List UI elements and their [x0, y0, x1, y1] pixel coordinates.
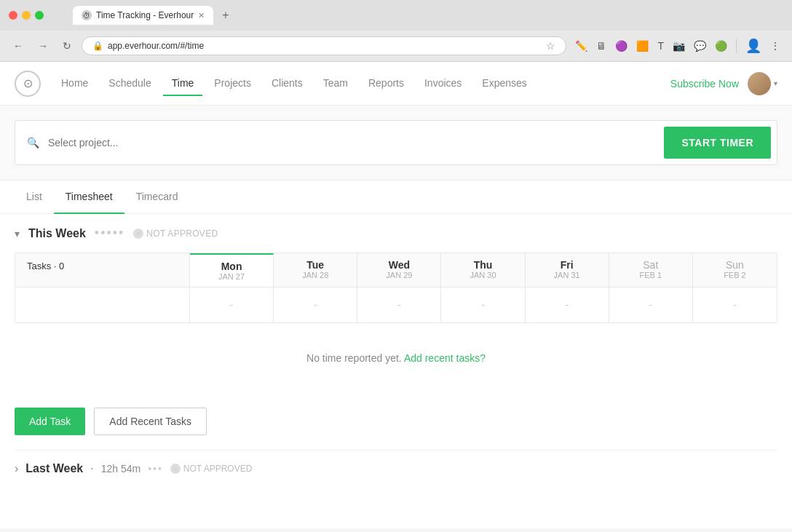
address-bar-row: ← → ↻ 🔒 app.everhour.com/#/time ☆ ✏️ 🖥 🟣… — [0, 31, 792, 61]
avatar — [748, 72, 771, 95]
user-avatar-area[interactable]: ▾ — [748, 72, 777, 95]
nav-item-projects[interactable]: Projects — [205, 71, 260, 96]
this-week-title: This Week — [28, 227, 86, 240]
thu-date: JAN 30 — [444, 271, 521, 279]
grid-header-tasks-cell: Tasks · 0 — [15, 253, 190, 287]
grid-header-sat: Sat FEB 1 — [609, 253, 693, 287]
forward-button[interactable]: → — [33, 37, 52, 55]
add-task-button[interactable]: Add Task — [15, 408, 85, 435]
nav-item-home[interactable]: Home — [52, 71, 97, 96]
view-tabs: List Timesheet Timecard — [0, 180, 792, 214]
timesheet-grid: Tasks · 0 Mon JAN 27 Tue JAN 28 Wed JAN … — [15, 253, 777, 323]
toolbar-ext3[interactable]: T — [654, 37, 667, 55]
last-week-toggle[interactable]: › — [15, 462, 18, 475]
grid-tasks-cell — [15, 287, 190, 322]
grid-header-tue: Tue JAN 28 — [274, 253, 357, 287]
minimize-window-button[interactable] — [22, 11, 31, 20]
this-week-header: ▾ This Week ••••• ○ NOT APPROVED — [15, 226, 777, 241]
add-recent-tasks-link[interactable]: Add recent tasks? — [404, 352, 486, 364]
cast-button[interactable]: 🖥 — [593, 37, 609, 55]
app-logo[interactable]: ⊙ — [15, 71, 41, 97]
nav-item-clients[interactable]: Clients — [263, 71, 312, 96]
nav-item-schedule[interactable]: Schedule — [100, 71, 159, 96]
chevron-down-icon: ▾ — [774, 79, 777, 87]
sat-name: Sat — [612, 259, 689, 271]
star-icon[interactable]: ☆ — [546, 40, 555, 52]
grid-header: Tasks · 0 Mon JAN 27 Tue JAN 28 Wed JAN … — [15, 253, 777, 287]
toolbar-divider — [736, 39, 737, 53]
user-menu-button[interactable]: 👤 — [742, 35, 764, 57]
timer-section: 🔍 START TIMER — [0, 106, 792, 180]
nav-item-reports[interactable]: Reports — [360, 71, 413, 96]
this-week-section: ▾ This Week ••••• ○ NOT APPROVED Tasks ·… — [15, 214, 777, 450]
grid-time-tue: - — [274, 287, 357, 322]
browser-tab[interactable]: ⏱ Time Tracking - Everhour ✕ — [73, 6, 213, 25]
close-window-button[interactable] — [9, 11, 17, 20]
grid-header-wed: Wed JAN 29 — [357, 253, 441, 287]
not-approved-dot-icon: ○ — [133, 229, 143, 239]
tab-list[interactable]: List — [15, 180, 54, 214]
fri-name: Fri — [528, 259, 606, 271]
lock-icon: 🔒 — [92, 41, 103, 51]
tue-name: Tue — [277, 259, 354, 271]
nav-item-time[interactable]: Time — [163, 71, 203, 96]
start-timer-button[interactable]: START TIMER — [664, 127, 771, 159]
grid-time-sun: - — [693, 287, 777, 322]
this-week-toggle[interactable]: ▾ — [15, 228, 20, 239]
browser-menu-button[interactable]: ⋮ — [767, 37, 783, 55]
toolbar-ext5[interactable]: 💬 — [691, 37, 709, 55]
app-container: ⊙ Home Schedule Time Projects Clients Te… — [0, 62, 792, 528]
subscribe-now-link[interactable]: Subscribe Now — [670, 78, 739, 90]
toolbar-ext6[interactable]: 🟢 — [712, 37, 730, 55]
grid-time-thu: - — [441, 287, 525, 322]
project-input[interactable] — [48, 137, 655, 148]
sat-date: FEB 1 — [612, 271, 689, 279]
sun-date: FEB 2 — [696, 271, 774, 279]
grid-header-sun: Sun FEB 2 — [693, 253, 777, 287]
extensions-button[interactable]: ✏️ — [572, 37, 590, 55]
wed-date: JAN 29 — [360, 271, 437, 279]
last-week-dots[interactable]: ••• — [148, 463, 163, 475]
browser-toolbar-icons: ✏️ 🖥 🟣 🟧 T 📷 💬 🟢 👤 ⋮ — [572, 35, 783, 57]
grid-body: - - - - - - - — [15, 287, 777, 322]
window-buttons — [9, 11, 44, 20]
tab-close-button[interactable]: ✕ — [198, 11, 205, 20]
nav-item-expenses[interactable]: Expenses — [473, 71, 535, 96]
grid-header-mon: Mon JAN 27 — [190, 253, 274, 287]
toolbar-ext4[interactable]: 📷 — [670, 37, 688, 55]
titlebar: ⏱ Time Tracking - Everhour ✕ + — [0, 0, 792, 31]
address-text: app.everhour.com/#/time — [108, 41, 204, 51]
address-bar[interactable]: 🔒 app.everhour.com/#/time ☆ — [82, 36, 566, 55]
tab-favicon-icon: ⏱ — [82, 10, 92, 20]
last-week-duration: 12h 54m — [101, 463, 140, 475]
thu-name: Thu — [444, 259, 521, 271]
search-icon: 🔍 — [27, 137, 39, 148]
add-recent-tasks-button[interactable]: Add Recent Tasks — [94, 408, 207, 435]
back-button[interactable]: ← — [9, 37, 28, 55]
refresh-button[interactable]: ↻ — [58, 37, 76, 55]
fri-date: JAN 31 — [528, 271, 606, 279]
last-week-title: Last Week — [25, 462, 83, 475]
nav-item-team[interactable]: Team — [314, 71, 357, 96]
tab-title: Time Tracking - Everhour — [96, 10, 194, 20]
grid-header-fri: Fri JAN 31 — [526, 253, 609, 287]
tue-date: JAN 28 — [277, 271, 354, 279]
maximize-window-button[interactable] — [35, 11, 44, 20]
tab-timecard[interactable]: Timecard — [124, 180, 190, 214]
last-week-header: › Last Week · 12h 54m ••• ○ NOT APPROVED — [15, 462, 777, 475]
last-week-not-approved-label: NOT APPROVED — [183, 464, 252, 474]
last-week-not-approved-badge: ○ NOT APPROVED — [170, 464, 252, 474]
app-nav: ⊙ Home Schedule Time Projects Clients Te… — [0, 62, 792, 106]
tab-timesheet[interactable]: Timesheet — [54, 180, 124, 214]
nav-item-invoices[interactable]: Invoices — [416, 71, 470, 96]
grid-header-thu: Thu JAN 30 — [441, 253, 525, 287]
new-tab-button[interactable]: + — [216, 6, 234, 25]
empty-state-text: No time reported yet. — [306, 352, 402, 364]
browser-chrome: ⏱ Time Tracking - Everhour ✕ + ← → ↻ 🔒 a… — [0, 0, 792, 62]
toolbar-ext1[interactable]: 🟣 — [612, 37, 630, 55]
this-week-dots[interactable]: ••••• — [95, 226, 125, 241]
grid-time-wed: - — [357, 287, 441, 322]
tab-bar: ⏱ Time Tracking - Everhour ✕ + — [64, 6, 244, 25]
toolbar-ext2[interactable]: 🟧 — [633, 37, 652, 55]
grid-time-mon: - — [190, 287, 274, 322]
